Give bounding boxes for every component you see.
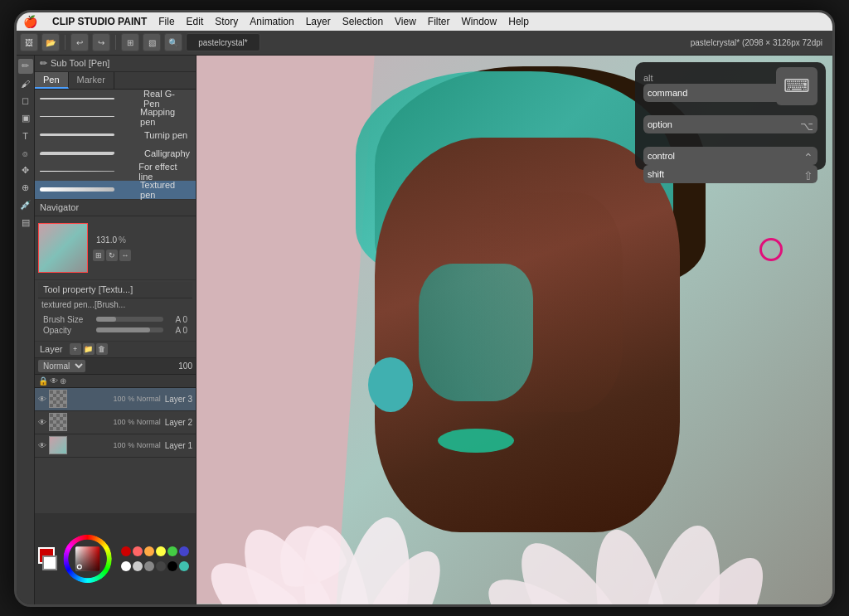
color-dot-black[interactable]	[167, 561, 177, 571]
tool-name-textured-pen: Textured pen	[140, 180, 191, 200]
toolbar-undo-button[interactable]: ↩	[70, 33, 89, 51]
color-dot-green[interactable]	[167, 546, 177, 556]
menu-story[interactable]: Story	[215, 16, 238, 27]
layer-row-1[interactable]: 👁 100 % Normal Layer 1	[35, 434, 196, 458]
tool-real-g-pen[interactable]: Real G-Pen	[35, 90, 196, 108]
toolbar-transform-button[interactable]: ⊞	[121, 33, 139, 51]
toolbar-zoom-button[interactable]: 🔍	[164, 33, 182, 51]
mod-key-shift[interactable]: shift ⇧	[643, 165, 817, 183]
color-dot-darkgray[interactable]	[156, 561, 166, 571]
nav-zoom-row: 131.0 %	[93, 234, 192, 246]
tool-eyedrop[interactable]: 💉	[18, 198, 33, 213]
tool-turnip-pen[interactable]: Turnip pen	[35, 126, 196, 144]
layer-visibility-icon[interactable]: 👁	[50, 376, 58, 386]
layer-icons-row: 🔒 👁 ⊕	[35, 375, 196, 388]
menu-edit[interactable]: Edit	[187, 16, 204, 27]
brush-size-row: Brush Size A 0	[43, 315, 187, 324]
mod-key-keyboard[interactable]: ⌨	[776, 67, 817, 105]
toolbar-select-button[interactable]: ▧	[143, 33, 161, 51]
subtool-panel: ✏ Sub Tool [Pen] Pen Marker Real G-Pen	[35, 56, 196, 200]
menu-animation[interactable]: Animation	[250, 16, 294, 27]
menu-file[interactable]: File	[158, 16, 174, 27]
layer-visibility-btn-2[interactable]: 👁	[38, 418, 46, 427]
toolbar-tab[interactable]: pastelcrystal*	[186, 33, 260, 51]
layer-visibility-btn-3[interactable]: 👁	[38, 395, 46, 404]
tab-pen[interactable]: Pen	[35, 72, 69, 89]
nav-rotate-btn[interactable]: ↻	[106, 250, 118, 261]
nav-zoom-value: 131.0	[96, 235, 117, 245]
tab-marker[interactable]: Marker	[69, 72, 114, 89]
apple-logo-icon[interactable]: 🍎	[23, 15, 37, 28]
tool-select-lasso[interactable]: ⌾	[18, 146, 33, 161]
toolbar-separator	[65, 35, 65, 50]
cursor-indicator	[759, 238, 783, 261]
navigator-title: Navigator	[40, 202, 79, 212]
tool-move[interactable]: ✥	[18, 163, 33, 178]
toolbar-redo-button[interactable]: ↪	[92, 33, 110, 51]
layer-panel-header: Layer + 📁 🗑	[35, 342, 196, 358]
tool-zoom[interactable]: ⊕	[18, 181, 33, 196]
nav-flip-btn[interactable]: ↔	[119, 250, 131, 261]
mod-key-option-label: option	[648, 119, 672, 129]
color-dot-lightgray[interactable]	[133, 561, 143, 571]
layer-row-2[interactable]: 👁 100 % Normal Layer 2	[35, 411, 196, 434]
tool-mapping-pen[interactable]: Mapping pen	[35, 108, 196, 126]
tool-fill[interactable]: ▣	[18, 111, 33, 126]
tool-pen[interactable]: ✏	[18, 59, 33, 74]
color-dot-blue[interactable]	[179, 546, 189, 556]
color-dot-pink[interactable]	[133, 546, 143, 556]
app-name: CLIP STUDIO PAINT	[52, 16, 147, 27]
layer-mode-select[interactable]: Normal	[38, 360, 85, 372]
layer-row-3[interactable]: 👁 100 % Normal Layer 3	[35, 388, 196, 411]
layer-merge-icon[interactable]: ⊕	[60, 376, 66, 386]
subtool-tabs: Pen Marker	[35, 72, 196, 90]
color-dot-red[interactable]	[121, 546, 131, 556]
menu-view[interactable]: View	[395, 16, 416, 27]
color-dot-white[interactable]	[121, 561, 131, 571]
menu-bar: 🍎 CLIP STUDIO PAINT File Edit Story Anim…	[17, 12, 832, 31]
color-dot-gray[interactable]	[144, 561, 154, 571]
tool-text[interactable]: T	[18, 129, 33, 143]
nav-fit-btn[interactable]: ⊞	[93, 250, 104, 261]
menu-layer[interactable]: Layer	[306, 16, 331, 27]
color-dot-yellow[interactable]	[156, 546, 166, 556]
background-color[interactable]	[42, 555, 57, 570]
menu-window[interactable]: Window	[462, 16, 497, 27]
layer-delete-btn[interactable]: 🗑	[96, 343, 108, 355]
layer-panel: Layer + 📁 🗑 Normal 100 🔒 👁	[35, 342, 196, 513]
tool-calligraphy[interactable]: Calligraphy	[35, 144, 196, 162]
tool-name-turnip-pen: Turnip pen	[144, 130, 187, 140]
menu-selection[interactable]: Selection	[342, 16, 383, 27]
layer-opacity-1: 100 % Normal	[114, 441, 161, 449]
tool-gradient[interactable]: ▤	[18, 216, 33, 230]
color-dot-orange[interactable]	[144, 546, 154, 556]
color-dot-teal[interactable]	[179, 561, 189, 571]
device-frame: 🍎 CLIP STUDIO PAINT File Edit Story Anim…	[14, 10, 835, 607]
menu-filter[interactable]: Filter	[428, 16, 450, 27]
layer-thumb-3	[49, 390, 67, 408]
navigator-panel: Navigator 131.0 % ⊞ ↻ ↔	[35, 200, 196, 280]
brush-opacity-slider[interactable]	[96, 327, 163, 332]
tool-eraser[interactable]: ◻	[18, 94, 33, 109]
tool-textured-pen[interactable]: Textured pen	[35, 181, 196, 199]
toolbar-new-button[interactable]: 🖼	[20, 33, 38, 51]
layer-thumb-2	[49, 413, 67, 431]
layer-lock-icon[interactable]: 🔒	[38, 376, 48, 386]
layer-name-1: Layer 1	[165, 441, 192, 450]
color-wheel[interactable]	[61, 526, 114, 592]
layer-opacity-3: 100 % Normal	[114, 395, 161, 403]
layer-new-btn[interactable]: +	[70, 343, 81, 355]
menu-help[interactable]: Help	[508, 16, 529, 27]
tool-effect-line[interactable]: For effect line	[35, 162, 196, 181]
layer-folder-btn[interactable]: 📁	[83, 343, 95, 355]
layer-visibility-btn-1[interactable]: 👁	[38, 441, 46, 450]
mod-key-option[interactable]: option ⌥	[643, 115, 817, 133]
canvas-area[interactable]: alt ⌨ command ⌘ option ⌥ control ⌃	[196, 56, 832, 604]
brush-opacity-label: Opacity	[43, 326, 93, 335]
mod-key-control[interactable]: control ⌃	[643, 147, 817, 165]
toolbar-open-button[interactable]: 📂	[41, 33, 60, 51]
brush-size-slider[interactable]	[96, 317, 163, 322]
fg-bg-color-swatches[interactable]	[38, 547, 57, 570]
tool-brush[interactable]: 🖌	[18, 76, 33, 91]
left-tools-sidebar: ✏ 🖌 ◻ ▣ T ⌾ ✥ ⊕ 💉 ▤	[17, 56, 35, 604]
